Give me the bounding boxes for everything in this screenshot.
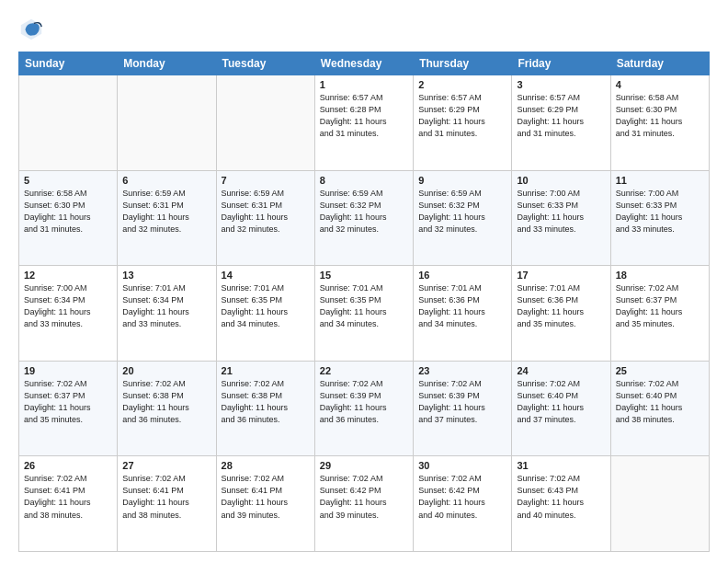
day-info: Sunrise: 7:01 AM Sunset: 6:36 PM Dayligh… — [517, 282, 605, 330]
day-info: Sunrise: 7:02 AM Sunset: 6:39 PM Dayligh… — [320, 378, 408, 426]
day-info: Sunrise: 7:02 AM Sunset: 6:40 PM Dayligh… — [616, 378, 704, 426]
calendar-cell: 10Sunrise: 7:00 AM Sunset: 6:33 PM Dayli… — [512, 170, 610, 266]
day-info: Sunrise: 7:02 AM Sunset: 6:38 PM Dayligh… — [222, 378, 310, 426]
day-number: 29 — [320, 460, 408, 471]
day-number: 11 — [616, 175, 704, 186]
calendar-cell: 13Sunrise: 7:01 AM Sunset: 6:34 PM Dayli… — [118, 266, 216, 362]
calendar-week-row: 5Sunrise: 6:58 AM Sunset: 6:30 PM Daylig… — [19, 170, 710, 266]
calendar-cell: 6Sunrise: 6:59 AM Sunset: 6:31 PM Daylig… — [118, 170, 216, 266]
calendar-cell — [118, 75, 216, 171]
calendar-cell: 29Sunrise: 7:02 AM Sunset: 6:42 PM Dayli… — [314, 456, 413, 552]
day-info: Sunrise: 6:57 AM Sunset: 6:28 PM Dayligh… — [320, 92, 408, 140]
day-number: 28 — [222, 460, 310, 471]
calendar-cell: 23Sunrise: 7:02 AM Sunset: 6:39 PM Dayli… — [414, 361, 512, 456]
day-info: Sunrise: 7:01 AM Sunset: 6:35 PM Dayligh… — [222, 282, 310, 330]
logo — [18, 17, 48, 42]
day-info: Sunrise: 7:02 AM Sunset: 6:42 PM Dayligh… — [320, 473, 408, 521]
calendar-week-row: 12Sunrise: 7:00 AM Sunset: 6:34 PM Dayli… — [19, 266, 710, 362]
day-info: Sunrise: 7:01 AM Sunset: 6:35 PM Dayligh… — [320, 282, 408, 330]
day-info: Sunrise: 7:01 AM Sunset: 6:34 PM Dayligh… — [122, 282, 210, 330]
calendar-cell: 1Sunrise: 6:57 AM Sunset: 6:28 PM Daylig… — [314, 75, 413, 171]
calendar-cell: 17Sunrise: 7:01 AM Sunset: 6:36 PM Dayli… — [512, 266, 610, 362]
day-number: 2 — [418, 79, 506, 90]
day-number: 14 — [222, 270, 310, 281]
day-number: 6 — [122, 175, 210, 186]
day-info: Sunrise: 7:02 AM Sunset: 6:38 PM Dayligh… — [122, 378, 210, 426]
calendar-table: SundayMondayTuesdayWednesdayThursdayFrid… — [18, 52, 710, 552]
day-info: Sunrise: 6:59 AM Sunset: 6:32 PM Dayligh… — [418, 188, 506, 236]
weekday-header: Thursday — [414, 52, 512, 75]
weekday-header: Monday — [118, 52, 216, 75]
weekday-header: Saturday — [610, 52, 709, 75]
day-number: 30 — [418, 460, 506, 471]
calendar-cell: 24Sunrise: 7:02 AM Sunset: 6:40 PM Dayli… — [512, 361, 610, 456]
day-number: 5 — [24, 175, 112, 186]
calendar-cell: 22Sunrise: 7:02 AM Sunset: 6:39 PM Dayli… — [314, 361, 413, 456]
weekday-header: Friday — [512, 52, 610, 75]
day-info: Sunrise: 6:59 AM Sunset: 6:31 PM Dayligh… — [122, 188, 210, 236]
calendar-cell: 21Sunrise: 7:02 AM Sunset: 6:38 PM Dayli… — [216, 361, 314, 456]
calendar-cell: 30Sunrise: 7:02 AM Sunset: 6:42 PM Dayli… — [414, 456, 512, 552]
day-number: 24 — [517, 365, 605, 376]
day-number: 23 — [418, 365, 506, 376]
day-info: Sunrise: 7:02 AM Sunset: 6:37 PM Dayligh… — [616, 282, 704, 330]
calendar-cell: 14Sunrise: 7:01 AM Sunset: 6:35 PM Dayli… — [216, 266, 314, 362]
weekday-header-row: SundayMondayTuesdayWednesdayThursdayFrid… — [19, 52, 710, 75]
calendar-cell: 12Sunrise: 7:00 AM Sunset: 6:34 PM Dayli… — [19, 266, 118, 362]
calendar-cell: 15Sunrise: 7:01 AM Sunset: 6:35 PM Dayli… — [314, 266, 413, 362]
calendar-cell: 8Sunrise: 6:59 AM Sunset: 6:32 PM Daylig… — [314, 170, 413, 266]
day-number: 20 — [122, 365, 210, 376]
calendar-cell: 26Sunrise: 7:02 AM Sunset: 6:41 PM Dayli… — [19, 456, 118, 552]
day-number: 10 — [517, 175, 605, 186]
logo-icon — [18, 17, 44, 42]
day-info: Sunrise: 7:02 AM Sunset: 6:37 PM Dayligh… — [24, 378, 112, 426]
calendar-cell: 20Sunrise: 7:02 AM Sunset: 6:38 PM Dayli… — [118, 361, 216, 456]
day-number: 19 — [24, 365, 112, 376]
day-number: 13 — [122, 270, 210, 281]
calendar-cell — [610, 456, 709, 552]
day-number: 4 — [616, 79, 704, 90]
day-info: Sunrise: 7:02 AM Sunset: 6:39 PM Dayligh… — [418, 378, 506, 426]
calendar-cell: 28Sunrise: 7:02 AM Sunset: 6:41 PM Dayli… — [216, 456, 314, 552]
calendar-cell: 11Sunrise: 7:00 AM Sunset: 6:33 PM Dayli… — [610, 170, 709, 266]
calendar-cell: 9Sunrise: 6:59 AM Sunset: 6:32 PM Daylig… — [414, 170, 512, 266]
page: SundayMondayTuesdayWednesdayThursdayFrid… — [0, 0, 728, 563]
day-info: Sunrise: 7:00 AM Sunset: 6:34 PM Dayligh… — [24, 282, 112, 330]
day-number: 3 — [517, 79, 605, 90]
day-info: Sunrise: 6:59 AM Sunset: 6:31 PM Dayligh… — [222, 188, 310, 236]
day-info: Sunrise: 7:02 AM Sunset: 6:40 PM Dayligh… — [517, 378, 605, 426]
calendar-cell: 31Sunrise: 7:02 AM Sunset: 6:43 PM Dayli… — [512, 456, 610, 552]
day-number: 21 — [222, 365, 310, 376]
day-number: 18 — [616, 270, 704, 281]
calendar-cell — [19, 75, 118, 171]
day-number: 7 — [222, 175, 310, 186]
day-info: Sunrise: 6:57 AM Sunset: 6:29 PM Dayligh… — [418, 92, 506, 140]
calendar-cell — [216, 75, 314, 171]
day-number: 25 — [616, 365, 704, 376]
calendar-cell: 3Sunrise: 6:57 AM Sunset: 6:29 PM Daylig… — [512, 75, 610, 171]
calendar-cell: 5Sunrise: 6:58 AM Sunset: 6:30 PM Daylig… — [19, 170, 118, 266]
day-number: 16 — [418, 270, 506, 281]
calendar-cell: 18Sunrise: 7:02 AM Sunset: 6:37 PM Dayli… — [610, 266, 709, 362]
day-number: 22 — [320, 365, 408, 376]
day-number: 15 — [320, 270, 408, 281]
header — [18, 17, 710, 42]
day-info: Sunrise: 7:00 AM Sunset: 6:33 PM Dayligh… — [517, 188, 605, 236]
day-info: Sunrise: 7:00 AM Sunset: 6:33 PM Dayligh… — [616, 188, 704, 236]
calendar-cell: 27Sunrise: 7:02 AM Sunset: 6:41 PM Dayli… — [118, 456, 216, 552]
day-info: Sunrise: 7:02 AM Sunset: 6:41 PM Dayligh… — [222, 473, 310, 521]
day-info: Sunrise: 6:57 AM Sunset: 6:29 PM Dayligh… — [517, 92, 605, 140]
day-info: Sunrise: 6:59 AM Sunset: 6:32 PM Dayligh… — [320, 188, 408, 236]
day-info: Sunrise: 7:02 AM Sunset: 6:41 PM Dayligh… — [24, 473, 112, 521]
calendar-cell: 19Sunrise: 7:02 AM Sunset: 6:37 PM Dayli… — [19, 361, 118, 456]
day-number: 31 — [517, 460, 605, 471]
weekday-header: Wednesday — [314, 52, 413, 75]
calendar-week-row: 1Sunrise: 6:57 AM Sunset: 6:28 PM Daylig… — [19, 75, 710, 171]
day-info: Sunrise: 7:02 AM Sunset: 6:43 PM Dayligh… — [517, 473, 605, 521]
day-info: Sunrise: 6:58 AM Sunset: 6:30 PM Dayligh… — [616, 92, 704, 140]
day-info: Sunrise: 7:02 AM Sunset: 6:42 PM Dayligh… — [418, 473, 506, 521]
day-number: 26 — [24, 460, 112, 471]
day-info: Sunrise: 7:02 AM Sunset: 6:41 PM Dayligh… — [122, 473, 210, 521]
calendar-cell: 16Sunrise: 7:01 AM Sunset: 6:36 PM Dayli… — [414, 266, 512, 362]
day-number: 1 — [320, 79, 408, 90]
